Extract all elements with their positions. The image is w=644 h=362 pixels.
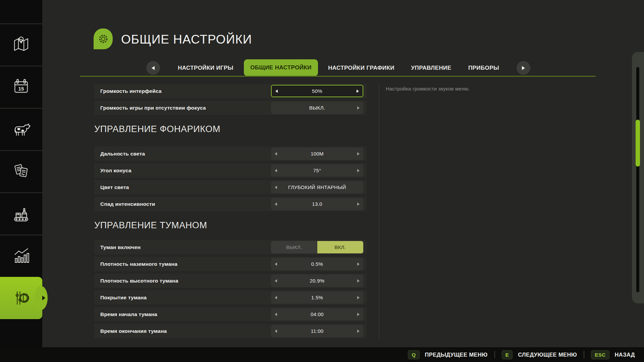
setting-row-unfocused-volume: Громкость игры при отсутствии фокуса ВЫК… [94,101,367,115]
settings-list: Громкость интерфейса 50% Громкость игры … [94,84,367,341]
documents-icon [12,162,31,181]
stepper-value: 50% [272,88,363,94]
stepper-value: ГЛУБОКИЙ ЯНТАРНЫЙ [271,184,363,190]
sidebar-item-animals[interactable] [0,108,42,150]
toggle-off-button[interactable]: ВЫКЛ. [271,241,317,253]
stats-icon [12,246,31,265]
setting-label: Время начала тумана [94,311,157,317]
intensity-falloff-stepper[interactable]: 13.0 [271,198,363,210]
setting-label: Громкость интерфейса [94,88,162,94]
stepper-increase-icon[interactable] [357,106,360,110]
section-header-flashlight: УПРАВЛЕНИЕ ФОНАРИКОМ [94,122,367,136]
setting-description: Настройка громкости звуков меню. [386,86,574,92]
sidebar-item-map[interactable] [0,23,42,66]
sidebar-item-contracts[interactable] [0,150,42,192]
settings-page-icon [94,28,113,49]
production-icon [12,204,31,223]
stepper-increase-icon[interactable] [357,89,359,93]
fog-end-time-stepper[interactable]: 11:00 [271,325,363,337]
map-icon [12,35,31,54]
calendar-icon: 15 [12,77,31,96]
light-color-stepper[interactable]: ГЛУБОКИЙ ЯНТАРНЫЙ [271,181,363,193]
stepper-value: ВЫКЛ. [271,105,363,111]
stepper-increase-icon[interactable] [357,279,360,283]
tabs-prev-button[interactable] [146,61,160,75]
setting-row-fog-start-time: Время начала тумана 04:00 [94,307,367,321]
setting-label: Цвет света [94,184,129,190]
unfocused-volume-stepper[interactable]: ВЫКЛ. [271,102,363,114]
stepper-decrease-icon[interactable] [275,169,277,172]
setting-label: Угол конуса [94,168,131,174]
key-q-badge: Q [408,350,419,359]
stepper-increase-icon[interactable] [357,262,360,266]
tab-general-settings[interactable]: ОБЩИЕ НАСТРОЙКИ [244,59,318,76]
tab-underline [80,76,596,77]
setting-label: Спад интенсивности [94,201,155,207]
back-label[interactable]: НАЗАД [615,352,635,358]
sidebar-item-settings[interactable] [0,277,42,319]
cone-angle-stepper[interactable]: 75° [271,164,363,177]
stepper-increase-icon[interactable] [357,329,360,333]
footer-separator [494,351,495,358]
stepper-decrease-icon[interactable] [275,186,277,189]
stepper-decrease-icon[interactable] [275,202,277,206]
stepper-value: 04:00 [271,311,363,317]
stepper-value: 75° [271,168,363,173]
stepper-increase-icon[interactable] [357,152,360,156]
toggle-on-button[interactable]: ВКЛ. [317,241,364,253]
stepper-increase-icon[interactable] [357,202,360,206]
settings-icon [12,289,31,307]
fog-enabled-toggle: ВЫКЛ. ВКЛ. [271,241,363,253]
setting-label: Плотность высотного тумана [94,278,178,284]
stepper-increase-icon[interactable] [357,313,360,316]
stepper-decrease-icon[interactable] [275,152,277,156]
key-e-badge: E [502,350,513,359]
sidebar-item-calendar[interactable]: 15 [0,66,42,108]
setting-label: Время окончания тумана [94,328,167,334]
stepper-increase-icon[interactable] [357,296,360,299]
stepper-value: 13.0 [271,201,363,207]
high-fog-density-stepper[interactable]: 20.9% [271,275,363,287]
stepper-decrease-icon[interactable] [275,313,277,316]
setting-label: Дальность света [94,151,145,157]
setting-row-light-color: Цвет света ГЛУБОКИЙ ЯНТАРНЫЙ [94,180,367,194]
setting-row-fog-coverage: Покрытие тумана 1.5% [94,290,367,305]
next-menu-label[interactable]: СЛЕДУЮЩЕЕ МЕНЮ [518,352,577,358]
tab-graphics-settings[interactable]: НАСТРОЙКИ ГРАФИКИ [327,60,395,76]
setting-row-light-distance: Дальность света 100М [94,146,367,161]
page-title: ОБЩИЕ НАСТРОЙКИ [121,33,252,47]
gear-icon [97,33,110,45]
stepper-value: 20.9% [271,278,363,284]
stepper-decrease-icon[interactable] [275,89,278,93]
tabs-next-button[interactable] [517,61,530,75]
light-distance-stepper[interactable]: 100М [271,147,363,160]
stepper-value: 100М [271,151,363,157]
ground-fog-density-stepper[interactable]: 0.5% [271,258,363,270]
sidebar: 15 [0,0,42,347]
stepper-value: 1.5% [271,295,363,300]
setting-row-cone-angle: Угол конуса 75° [94,163,367,178]
stepper-decrease-icon[interactable] [275,279,277,283]
stepper-decrease-icon[interactable] [275,329,277,333]
stepper-decrease-icon[interactable] [275,262,277,266]
setting-row-ground-fog-density: Плотность наземного тумана 0.5% [94,257,367,271]
setting-row-ui-volume: Громкость интерфейса 50% [94,84,367,98]
fog-coverage-stepper[interactable]: 1.5% [271,291,363,304]
sidebar-item-production[interactable] [0,192,42,235]
tab-game-settings[interactable]: НАСТРОЙКИ ИГРЫ [177,60,234,76]
ui-volume-stepper[interactable]: 50% [271,85,363,97]
sidebar-item-statistics[interactable] [0,235,42,277]
stepper-increase-icon[interactable] [357,169,360,172]
footer-bar: Q ПРЕДЫДУЩЕЕ МЕНЮ E СЛЕДУЮЩЕЕ МЕНЮ ESC Н… [0,347,644,362]
stepper-value: 11:00 [271,328,363,334]
scrollbar-thumb[interactable] [636,120,640,167]
scrollbar-track[interactable] [636,67,639,292]
stepper-decrease-icon[interactable] [275,296,277,299]
setting-label: Туман включен [94,244,141,250]
active-pointer-icon [42,296,45,300]
tab-devices[interactable]: ПРИБОРЫ [468,60,499,76]
fog-start-time-stepper[interactable]: 04:00 [271,308,363,320]
tab-controls[interactable]: УПРАВЛЕНИЕ [411,60,451,76]
previous-menu-label[interactable]: ПРЕДЫДУЩЕЕ МЕНЮ [425,352,488,358]
section-header-fog: УПРАВЛЕНИЕ ТУМАНОМ [94,219,367,232]
